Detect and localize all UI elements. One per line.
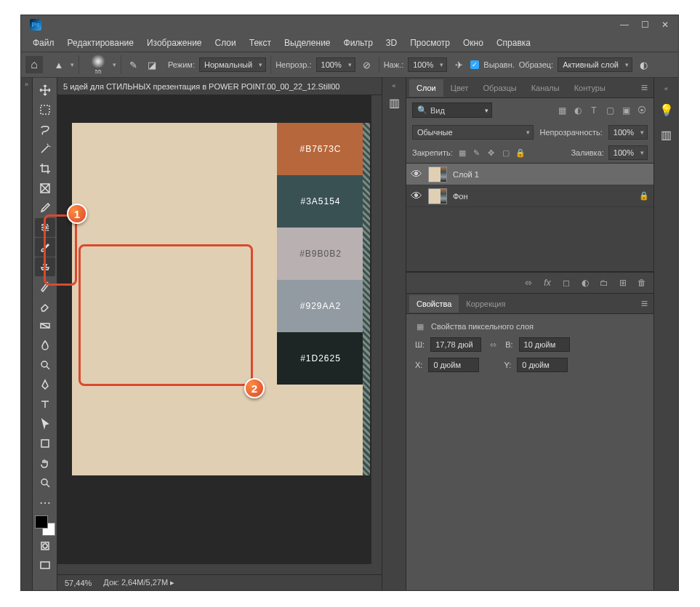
lock-pos-icon[interactable]: ✥	[486, 148, 496, 158]
panel-menu-icon[interactable]: ≡	[635, 79, 653, 97]
menu-window[interactable]: Окно	[457, 36, 489, 50]
hand-tool[interactable]	[35, 454, 55, 473]
layer-name[interactable]: Слой 1	[453, 170, 649, 179]
screen-mode-tool[interactable]	[35, 556, 55, 575]
panel-menu-icon[interactable]: ≡	[635, 294, 653, 313]
type-tool[interactable]	[35, 395, 55, 414]
x-field[interactable]: 0 дюйм	[428, 358, 479, 372]
lock-paint-icon[interactable]: ✎	[472, 148, 482, 158]
menu-3d[interactable]: 3D	[380, 36, 403, 50]
height-field[interactable]: 10 дюйм	[519, 337, 570, 352]
blend-mode-dropdown[interactable]: Нормальный	[199, 57, 266, 72]
lock-trans-icon[interactable]: ▦	[457, 148, 467, 158]
clone-stamp-tool[interactable]	[35, 257, 55, 276]
layer-filter-dropdown[interactable]: 🔍 Вид	[412, 102, 492, 118]
document-tab[interactable]: 5 идей для СТИЛЬНЫХ презентация в POWER …	[57, 78, 382, 95]
lock-all-icon[interactable]: 🔒	[515, 148, 526, 158]
pressure-opacity-icon[interactable]: ⊘	[360, 57, 374, 72]
menu-edit[interactable]: Редактирование	[62, 36, 140, 50]
eraser-tool[interactable]	[35, 297, 55, 315]
blur-tool[interactable]	[35, 336, 55, 355]
expand-left-icon[interactable]: «	[392, 82, 395, 89]
menu-file[interactable]: Файл	[27, 36, 60, 50]
fill-dropdown[interactable]: 100%	[608, 145, 648, 160]
home-button[interactable]: ⌂	[25, 56, 43, 73]
link-wh-icon[interactable]: ⬄	[487, 340, 499, 350]
pen-tool[interactable]	[35, 375, 55, 394]
visibility-icon[interactable]: 👁	[411, 190, 422, 203]
marquee-tool[interactable]	[35, 100, 55, 119]
brush-preview[interactable]: 55	[88, 55, 108, 75]
sample-dropdown[interactable]: Активный слой	[558, 57, 632, 72]
width-field[interactable]: 17,78 дюй	[430, 337, 481, 352]
canvas[interactable]: #B7673C#3A5154#B9B0B2#929AA2#1D2625	[72, 123, 370, 475]
tab-layers[interactable]: Слои	[409, 79, 443, 97]
tab-properties[interactable]: Свойства	[409, 295, 459, 313]
filter-shape-icon[interactable]: ▢	[604, 105, 616, 116]
scrollbar-horizontal[interactable]	[57, 564, 371, 574]
edit-toolbar[interactable]: ⋯	[35, 493, 55, 512]
link-layers-icon[interactable]: ⬄	[523, 277, 534, 289]
tab-color[interactable]: Цвет	[443, 79, 476, 97]
menu-filter[interactable]: Фильтр	[338, 36, 379, 50]
filter-toggle-icon[interactable]: ⦿	[636, 105, 648, 116]
layer-row[interactable]: 👁 Слой 1	[406, 164, 653, 185]
brush-tool[interactable]	[35, 238, 55, 257]
lasso-tool[interactable]	[35, 120, 55, 139]
adjustment-icon[interactable]: ◐	[579, 277, 591, 289]
color-swatch[interactable]	[35, 515, 55, 536]
gradient-tool[interactable]	[35, 316, 55, 335]
history-panel-icon[interactable]: ▥	[387, 95, 401, 110]
menu-layer[interactable]: Слои	[209, 36, 242, 50]
tool-preset-icon[interactable]: ▲	[52, 57, 66, 72]
tab-adjustments[interactable]: Коррекция	[459, 295, 512, 313]
zoom-level[interactable]: 57,44%	[65, 579, 92, 587]
expand-right-icon[interactable]: «	[664, 85, 668, 92]
crop-tool[interactable]	[35, 159, 55, 178]
sample-icon[interactable]: ◪	[145, 57, 159, 72]
frame-tool[interactable]	[35, 179, 55, 198]
group-icon[interactable]: 🗀	[598, 277, 610, 289]
menu-image[interactable]: Изображение	[141, 36, 208, 50]
shape-tool[interactable]	[35, 434, 55, 453]
path-select-tool[interactable]	[35, 414, 55, 433]
filter-type-icon[interactable]: T	[588, 105, 600, 116]
dodge-tool[interactable]	[35, 355, 55, 374]
fx-icon[interactable]: fx	[542, 277, 553, 289]
layer-thumbnail[interactable]	[428, 166, 447, 182]
opacity-dropdown[interactable]: 100%	[316, 57, 355, 72]
minimize-button[interactable]: —	[614, 17, 635, 32]
libraries-icon[interactable]: ▥	[659, 127, 674, 142]
filter-adj-icon[interactable]: ◐	[572, 105, 584, 116]
quick-mask-tool[interactable]	[35, 536, 55, 555]
canvas-viewport[interactable]: #B7673C#3A5154#B9B0B2#929AA2#1D2625	[57, 95, 382, 574]
foreground-color[interactable]	[35, 515, 48, 528]
healing-tool[interactable]	[35, 218, 55, 237]
filter-smart-icon[interactable]: ▣	[620, 105, 632, 116]
layer-thumbnail[interactable]	[428, 188, 447, 204]
layer-blend-dropdown[interactable]: Обычные	[412, 125, 534, 140]
move-tool[interactable]	[35, 81, 55, 100]
layer-name[interactable]: Фон	[453, 192, 633, 201]
menu-help[interactable]: Справка	[491, 36, 536, 50]
brush-settings-icon[interactable]: ✎	[126, 57, 140, 72]
mask-icon[interactable]: ◻	[560, 277, 572, 289]
new-layer-icon[interactable]: ⊞	[617, 277, 629, 289]
collapse-toolbox[interactable]: »	[21, 78, 33, 590]
filter-pixel-icon[interactable]: ▦	[556, 105, 568, 116]
scrollbar-vertical[interactable]	[371, 95, 382, 574]
lock-artboard-icon[interactable]: ▢	[501, 148, 511, 158]
delete-layer-icon[interactable]: 🗑	[636, 277, 648, 289]
learn-icon[interactable]: 💡	[659, 102, 674, 117]
history-brush-tool[interactable]	[35, 277, 55, 296]
eyedropper-tool[interactable]	[35, 198, 55, 217]
tab-channels[interactable]: Каналы	[524, 79, 567, 97]
menu-select[interactable]: Выделение	[278, 36, 337, 50]
maximize-button[interactable]: ☐	[635, 17, 655, 32]
y-field[interactable]: 0 дюйм	[517, 358, 568, 372]
close-button[interactable]: ✕	[655, 17, 675, 32]
align-checkbox[interactable]: ✓	[470, 60, 479, 69]
tab-paths[interactable]: Контуры	[567, 79, 613, 97]
visibility-icon[interactable]: 👁	[411, 168, 422, 181]
flow-dropdown[interactable]: 100%	[408, 57, 447, 72]
